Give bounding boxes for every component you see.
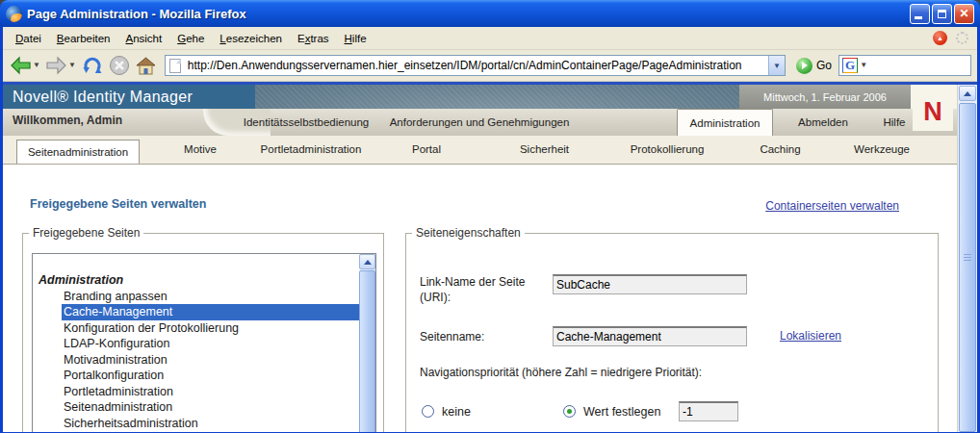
back-dropdown-icon[interactable]: ▼ bbox=[33, 62, 40, 69]
shared-pages-panel: Freigegebene Seiten Administration Brand… bbox=[22, 226, 384, 432]
menu-lesezeichen[interactable]: Lesezeichen bbox=[212, 30, 290, 47]
subtab-caching[interactable]: Caching bbox=[739, 135, 821, 164]
novell-banner: Novell® Identity Manager Mittwoch, 1. Fe… bbox=[3, 85, 957, 109]
localize-link[interactable]: Lokalisieren bbox=[780, 329, 841, 343]
maximize-button[interactable] bbox=[932, 4, 952, 24]
navigation-toolbar: ▼ ▼ bbox=[3, 50, 977, 82]
container-pages-link[interactable]: Containerseiten verwalten bbox=[765, 199, 899, 213]
list-item-motivadministration[interactable]: Motivadministration bbox=[62, 352, 359, 369]
browser-window: Page Administration - Mozilla Firefox ✕ … bbox=[0, 0, 980, 433]
novell-n-logo: N bbox=[913, 92, 953, 131]
list-item-portletadministration[interactable]: Portletadministration bbox=[62, 384, 359, 400]
reload-icon bbox=[81, 55, 104, 76]
page-icon bbox=[169, 59, 181, 73]
list-item-seitenadministration[interactable]: Seitenadministration bbox=[62, 399, 359, 416]
menu-datei[interactable]: Datei bbox=[8, 30, 49, 47]
radio-priority-none[interactable] bbox=[422, 405, 434, 418]
page-scroll-up-icon[interactable] bbox=[959, 86, 976, 101]
page-viewport: Novell® Identity Manager Mittwoch, 1. Fe… bbox=[3, 85, 977, 432]
radio-priority-set-label[interactable]: Wert festlegen bbox=[583, 405, 660, 419]
home-button[interactable] bbox=[134, 55, 158, 77]
back-button[interactable]: ▼ bbox=[9, 55, 41, 76]
shared-pages-legend: Freigegebene Seiten bbox=[29, 226, 143, 240]
forward-button[interactable]: ▼ bbox=[44, 55, 77, 76]
back-icon bbox=[10, 56, 32, 75]
menu-bar: Datei Bearbeiten Ansicht Gehe Lesezeiche… bbox=[3, 27, 977, 50]
menu-ansicht[interactable]: Ansicht bbox=[118, 30, 170, 47]
main-tab-bar: Willkommen, Admin Identitätsselbstbedien… bbox=[3, 109, 957, 136]
scroll-thumb-grip bbox=[964, 254, 971, 262]
listbox-scroll-thumb[interactable] bbox=[359, 270, 375, 432]
minimize-icon bbox=[915, 16, 922, 19]
subtab-protokollierung[interactable]: Protokollierung bbox=[609, 135, 725, 164]
subtab-motive[interactable]: Motive bbox=[157, 135, 244, 164]
radio-priority-none-label[interactable]: keine bbox=[442, 405, 471, 419]
subtab-werkzeuge[interactable]: Werkzeuge bbox=[838, 135, 925, 164]
menu-hilfe[interactable]: Hilfe bbox=[337, 30, 374, 47]
google-logo-icon[interactable]: G bbox=[842, 58, 858, 73]
menu-gehe[interactable]: Gehe bbox=[169, 30, 212, 47]
home-icon bbox=[135, 56, 157, 76]
welcome-label: Willkommen, Admin bbox=[13, 114, 122, 127]
subtab-sicherheit[interactable]: Sicherheit bbox=[499, 135, 590, 164]
uri-label: Link-Name der Seite (URI): bbox=[420, 274, 525, 305]
uri-label-line2: (URI): bbox=[420, 291, 451, 304]
menu-extras[interactable]: Extras bbox=[290, 30, 337, 47]
subtab-portletadministration[interactable]: Portletadministration bbox=[248, 135, 374, 164]
page-scroll-thumb[interactable] bbox=[959, 103, 976, 432]
tab-administration[interactable]: Administration bbox=[677, 109, 773, 136]
url-input[interactable] bbox=[186, 57, 768, 74]
menu-bearbeiten[interactable]: Bearbeiten bbox=[49, 30, 118, 47]
search-engine-dropdown-icon[interactable]: ▼ bbox=[860, 62, 867, 69]
stop-icon bbox=[109, 55, 130, 76]
tab-requests-approvals[interactable]: Anforderungen und Genehmigungen bbox=[369, 109, 590, 136]
subtab-portal[interactable]: Portal bbox=[388, 135, 465, 164]
product-name: Novell® Identity Manager bbox=[3, 85, 255, 109]
forward-dropdown-icon[interactable]: ▼ bbox=[68, 62, 76, 69]
close-button[interactable]: ✕ bbox=[954, 4, 974, 24]
list-item-branding-anpassen[interactable]: Branding anpassen bbox=[62, 289, 359, 305]
window-title: Page Administration - Mozilla Firefox bbox=[27, 7, 910, 21]
close-icon: ✕ bbox=[959, 8, 968, 19]
page-content: Novell® Identity Manager Mittwoch, 1. Fe… bbox=[3, 85, 957, 432]
list-item-konfiguration-protokollierung[interactable]: Konfiguration der Protokollierung bbox=[62, 320, 359, 337]
priority-label: Navigationspriorität (höhere Zahl = nied… bbox=[420, 365, 702, 380]
go-icon bbox=[796, 58, 812, 74]
listbox-scrollbar[interactable] bbox=[359, 254, 375, 432]
sub-tab-bar: Seitenadministration Motive Portletadmin… bbox=[3, 136, 957, 165]
minimize-button[interactable] bbox=[910, 4, 930, 24]
page-properties-legend: Seiteneigenschaften bbox=[412, 226, 525, 240]
uri-input[interactable] bbox=[553, 274, 747, 294]
reload-button[interactable] bbox=[80, 54, 105, 77]
url-bar: ▼ bbox=[165, 55, 786, 76]
radio-priority-set[interactable] bbox=[563, 405, 576, 418]
go-label: Go bbox=[816, 59, 832, 72]
uri-label-line1: Link-Name der Seite bbox=[420, 275, 525, 289]
firefox-icon bbox=[6, 6, 22, 22]
date-label: Mittwoch, 1. Februar 2006 bbox=[739, 85, 911, 109]
search-box: G ▼ bbox=[838, 55, 971, 76]
list-item-ldap-konfiguration[interactable]: LDAP-Konfiguration bbox=[62, 336, 359, 352]
page-properties-panel: Seiteneigenschaften Link-Name der Seite … bbox=[405, 226, 939, 432]
search-input[interactable] bbox=[867, 58, 980, 73]
list-item-administration-group[interactable]: Administration bbox=[37, 272, 359, 289]
list-item-cache-management[interactable]: Cache-Management bbox=[62, 304, 359, 320]
stop-button[interactable] bbox=[108, 54, 131, 77]
shared-pages-listbox: Administration Branding anpassen Cache-M… bbox=[32, 253, 376, 432]
title-bar: Page Administration - Mozilla Firefox ✕ bbox=[0, 0, 980, 27]
update-notification-icon[interactable]: ▲ bbox=[933, 31, 947, 45]
tab-logout[interactable]: Abmelden bbox=[781, 109, 865, 136]
page-title: Freigegebene Seiten verwalten bbox=[30, 197, 206, 211]
forward-icon bbox=[45, 56, 67, 75]
page-name-input[interactable] bbox=[553, 326, 747, 346]
url-dropdown-button[interactable]: ▼ bbox=[768, 56, 785, 75]
priority-value-input[interactable] bbox=[679, 401, 738, 421]
maximize-icon bbox=[938, 10, 946, 18]
page-scrollbar[interactable] bbox=[957, 85, 977, 432]
listbox-scroll-up-icon[interactable] bbox=[359, 254, 375, 269]
go-button[interactable]: Go bbox=[792, 58, 836, 74]
list-item-sicherheitsadministration[interactable]: Sicherheitsadministration bbox=[62, 416, 359, 432]
page-name-label: Seitenname: bbox=[420, 329, 484, 344]
subtab-seitenadministration[interactable]: Seitenadministration bbox=[16, 140, 140, 164]
list-item-portalkonfiguration[interactable]: Portalkonfiguration bbox=[62, 368, 359, 384]
